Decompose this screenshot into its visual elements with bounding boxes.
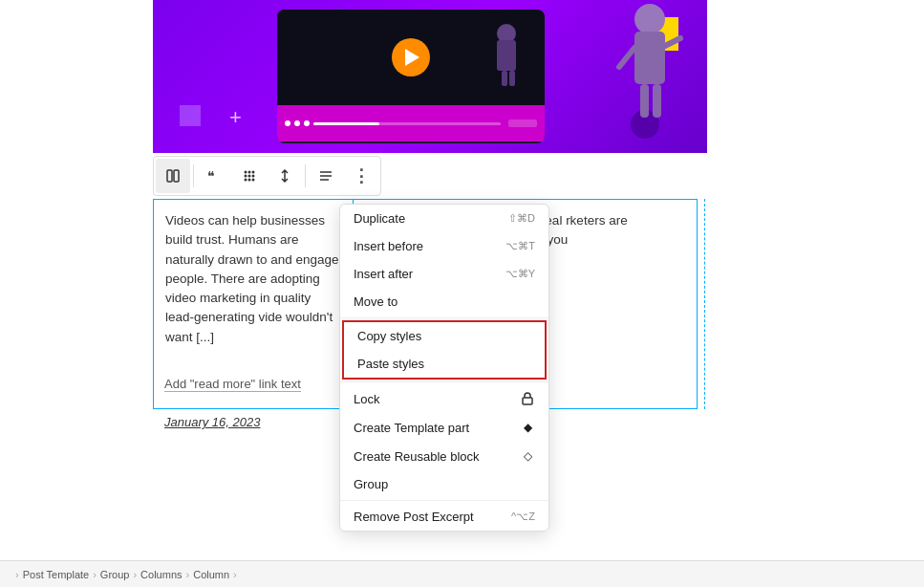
read-more-link[interactable]: Add "read more" link text — [164, 375, 301, 392]
menu-item-insert-before-label: Insert before — [354, 239, 496, 253]
menu-item-create-reusable-label: Create Reusable block — [354, 449, 514, 464]
menu-item-lock[interactable]: Lock — [340, 384, 548, 413]
svg-rect-32 — [167, 170, 172, 182]
block-toolbar: ❝ ⋮ — [153, 156, 381, 196]
character-right — [612, 0, 688, 139]
template-icon: ◆ — [520, 420, 535, 435]
svg-point-38 — [245, 175, 247, 178]
svg-rect-23 — [497, 40, 516, 71]
svg-point-35 — [245, 171, 247, 174]
menu-item-duplicate[interactable]: Duplicate ⇧⌘D — [340, 205, 548, 232]
toolbar-more-btn[interactable]: ⋮ — [344, 159, 378, 193]
reusable-icon: ◇ — [520, 448, 535, 464]
context-menu: Duplicate ⇧⌘D Insert before ⌥⌘T Insert a… — [339, 204, 549, 532]
svg-point-41 — [245, 179, 247, 182]
toolbar-align-btn[interactable] — [309, 159, 343, 193]
svg-text:❝: ❝ — [207, 168, 215, 184]
svg-point-42 — [248, 179, 251, 182]
svg-rect-31 — [653, 84, 661, 118]
svg-rect-30 — [640, 84, 649, 118]
svg-line-28 — [619, 48, 634, 67]
menu-shortcut-insert-after: ⌥⌘Y — [505, 268, 535, 280]
toolbar-sep-2 — [305, 164, 306, 187]
menu-divider-2 — [340, 381, 548, 382]
lock-icon — [520, 391, 535, 406]
breadcrumb-sep-4: › — [186, 569, 190, 580]
menu-item-remove-excerpt-label: Remove Post Excerpt — [354, 510, 502, 524]
menu-shortcut-duplicate: ⇧⌘D — [508, 212, 535, 225]
video-player — [277, 10, 545, 143]
hero-rect-small — [180, 105, 201, 126]
post-date: January 16, 2023 — [164, 413, 260, 430]
menu-item-move-to[interactable]: Move to — [340, 288, 548, 315]
menu-item-group[interactable]: Group — [340, 470, 548, 498]
menu-item-duplicate-label: Duplicate — [354, 211, 499, 226]
menu-item-create-template[interactable]: Create Template part ◆ — [340, 413, 548, 442]
menu-item-insert-before[interactable]: Insert before ⌥⌘T — [340, 232, 548, 260]
menu-item-create-template-label: Create Template part — [354, 421, 514, 435]
svg-rect-27 — [634, 32, 665, 84]
svg-rect-24 — [502, 71, 507, 86]
menu-divider-1 — [340, 317, 548, 318]
menu-item-copy-styles[interactable]: Copy styles — [344, 322, 545, 350]
toolbar-layout-btn[interactable] — [156, 159, 190, 193]
hero-plus-decoration: + — [229, 105, 242, 130]
svg-line-29 — [665, 38, 680, 46]
play-button — [392, 38, 430, 76]
menu-item-insert-after[interactable]: Insert after ⌥⌘Y — [340, 260, 548, 288]
toolbar-sep-1 — [193, 164, 194, 187]
svg-point-40 — [252, 175, 255, 178]
menu-item-paste-styles[interactable]: Paste styles — [344, 350, 545, 378]
toolbar-quote-btn[interactable]: ❝ — [197, 159, 231, 193]
menu-shortcut-remove-excerpt: ^⌥Z — [511, 511, 535, 523]
svg-point-36 — [248, 171, 251, 174]
svg-point-43 — [252, 179, 255, 182]
menu-highlighted-section: Copy styles Paste styles — [342, 320, 547, 380]
menu-item-create-reusable[interactable]: Create Reusable block ◇ — [340, 442, 548, 470]
video-controls — [277, 105, 545, 141]
breadcrumb-sep-5: › — [233, 569, 237, 580]
svg-point-26 — [634, 4, 665, 34]
menu-item-move-to-label: Move to — [354, 294, 535, 309]
breadcrumb-column[interactable]: Column — [193, 569, 229, 580]
breadcrumb-columns[interactable]: Columns — [140, 569, 182, 580]
svg-rect-47 — [523, 398, 532, 404]
right-panel-border — [696, 199, 705, 409]
svg-point-37 — [252, 171, 255, 174]
content-left-text: Videos can help businesses build trust. … — [165, 213, 339, 344]
menu-divider-3 — [340, 500, 548, 501]
menu-item-group-label: Group — [354, 477, 535, 491]
video-screen — [277, 10, 545, 105]
svg-point-39 — [248, 175, 251, 178]
menu-shortcut-insert-before: ⌥⌘T — [505, 240, 535, 252]
menu-item-copy-styles-label: Copy styles — [357, 329, 531, 343]
breadcrumb-sep-1: › — [15, 569, 19, 580]
breadcrumb-sep-2: › — [93, 569, 97, 580]
menu-item-remove-excerpt[interactable]: Remove Post Excerpt ^⌥Z — [340, 503, 548, 531]
breadcrumb-group[interactable]: Group — [100, 569, 130, 580]
menu-item-paste-styles-label: Paste styles — [357, 357, 531, 371]
breadcrumb-sep-3: › — [133, 569, 137, 580]
toolbar-arrows-btn[interactable] — [268, 159, 302, 193]
menu-item-lock-label: Lock — [354, 392, 514, 406]
toolbar-grid-btn[interactable] — [232, 159, 267, 193]
menu-item-insert-after-label: Insert after — [354, 267, 496, 281]
svg-rect-33 — [174, 170, 179, 182]
breadcrumb-post-template[interactable]: Post Template — [23, 569, 90, 580]
hero-image: + — [153, 0, 707, 153]
svg-rect-25 — [509, 71, 515, 86]
breadcrumb: › Post Template › Group › Columns › Colu… — [0, 560, 924, 587]
